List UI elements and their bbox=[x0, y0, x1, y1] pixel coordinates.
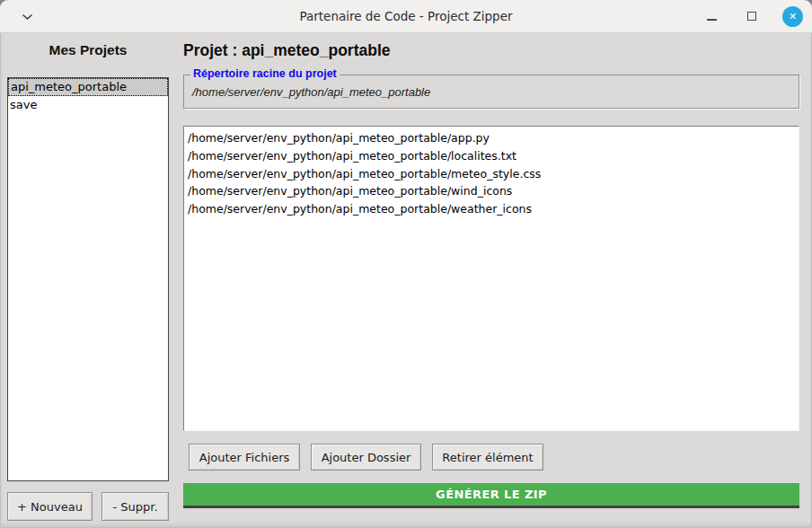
maximize-button[interactable] bbox=[742, 6, 762, 26]
add-files-button[interactable]: Ajouter Fichiers bbox=[189, 444, 300, 471]
file-list-item[interactable]: /home/server/env_python/api_meteo_portab… bbox=[188, 129, 799, 147]
maximize-icon bbox=[747, 12, 756, 21]
delete-project-button[interactable]: - Suppr. bbox=[102, 492, 169, 521]
file-list-item[interactable]: /home/server/env_python/api_meteo_portab… bbox=[188, 147, 799, 165]
remove-item-button[interactable]: Retirer élément bbox=[432, 444, 543, 471]
file-listbox[interactable]: /home/server/env_python/api_meteo_portab… bbox=[183, 126, 799, 431]
minimize-button[interactable] bbox=[702, 6, 721, 26]
project-list-item[interactable]: save bbox=[8, 96, 168, 114]
titlebar: Partenaire de Code - Project Zipper ✕ bbox=[0, 0, 812, 33]
close-icon: ✕ bbox=[789, 12, 797, 22]
page-title: Projet : api_meteo_portable bbox=[183, 41, 390, 60]
root-directory-label: Répertoire racine du projet bbox=[190, 67, 340, 80]
file-list-item[interactable]: /home/server/env_python/api_meteo_portab… bbox=[188, 200, 799, 218]
sidebar-heading: Mes Projets bbox=[0, 42, 176, 58]
add-folder-button[interactable]: Ajouter Dossier bbox=[311, 444, 421, 471]
window-controls: ✕ bbox=[702, 0, 803, 32]
minimize-icon bbox=[707, 19, 717, 21]
root-directory-frame: Répertoire racine du projet /home/server… bbox=[183, 75, 799, 109]
project-listbox[interactable]: api_meteo_portable save bbox=[7, 77, 169, 481]
root-directory-path: /home/server/env_python/api_meteo_portab… bbox=[192, 85, 430, 99]
new-project-button[interactable]: + Nouveau bbox=[7, 492, 93, 521]
file-list-item[interactable]: /home/server/env_python/api_meteo_portab… bbox=[188, 182, 799, 200]
app-window: Partenaire de Code - Project Zipper ✕ Me… bbox=[0, 0, 812, 528]
close-button[interactable]: ✕ bbox=[782, 6, 803, 27]
project-list-item[interactable]: api_meteo_portable bbox=[8, 78, 168, 96]
file-list-item[interactable]: /home/server/env_python/api_meteo_portab… bbox=[188, 165, 799, 183]
window-title: Partenaire de Code - Project Zipper bbox=[0, 0, 812, 32]
generate-zip-button[interactable]: GÉNÉRER LE ZIP bbox=[183, 483, 799, 508]
